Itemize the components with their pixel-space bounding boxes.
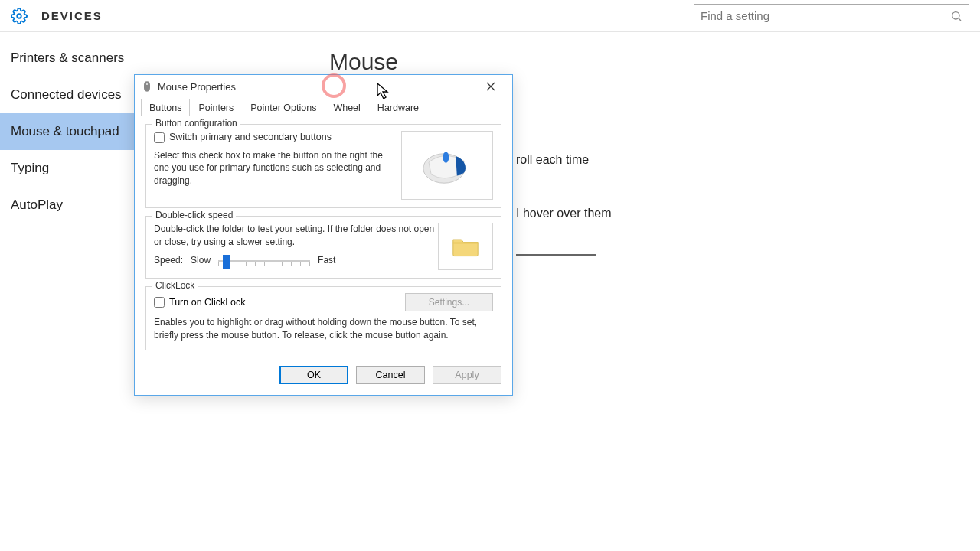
tab-pointer-options[interactable]: Pointer Options bbox=[242, 99, 325, 116]
section-title: DEVICES bbox=[41, 9, 103, 22]
svg-line-2 bbox=[959, 18, 961, 21]
dialog-tabs: Buttons Pointers Pointer Options Wheel H… bbox=[135, 98, 512, 116]
cancel-button[interactable]: Cancel bbox=[356, 366, 425, 384]
cursor-icon bbox=[377, 83, 390, 99]
sidebar-item-printers[interactable]: Printers & scanners bbox=[0, 40, 306, 77]
apply-button: Apply bbox=[433, 366, 501, 384]
bg-text: roll each time I hover over them bbox=[516, 153, 612, 260]
test-folder[interactable] bbox=[438, 223, 493, 270]
double-click-desc: Double-click the folder to test your set… bbox=[154, 223, 438, 249]
svg-point-6 bbox=[443, 152, 449, 162]
clicklock-row[interactable]: Turn on ClickLock bbox=[154, 297, 246, 308]
button-config-desc: Select this check box to make the button… bbox=[154, 149, 395, 187]
speed-slider[interactable] bbox=[218, 253, 310, 269]
ok-button[interactable]: OK bbox=[279, 366, 348, 384]
clicklock-desc: Enables you to highlight or drag without… bbox=[154, 316, 493, 342]
dialog-buttons: OK Cancel Apply bbox=[135, 358, 512, 395]
dialog-title: Mouse Properties bbox=[158, 81, 236, 93]
fast-label: Fast bbox=[318, 254, 335, 267]
switch-buttons-row[interactable]: Switch primary and secondary buttons bbox=[154, 131, 395, 145]
tab-buttons[interactable]: Buttons bbox=[141, 99, 190, 116]
mouse-properties-dialog: Mouse Properties Buttons Pointers Pointe… bbox=[134, 74, 513, 396]
switch-buttons-label: Switch primary and secondary buttons bbox=[169, 131, 332, 145]
click-indicator bbox=[322, 73, 346, 98]
group-legend-dc: Double-click speed bbox=[152, 210, 236, 220]
group-legend: Button configuration bbox=[152, 118, 240, 129]
search-box[interactable] bbox=[694, 4, 969, 28]
mouse-icon bbox=[141, 80, 153, 93]
group-button-config: Button configuration Switch primary and … bbox=[145, 124, 501, 208]
slow-label: Slow bbox=[191, 254, 211, 267]
close-icon bbox=[486, 82, 495, 91]
tab-pointers[interactable]: Pointers bbox=[190, 99, 242, 116]
search-icon bbox=[950, 10, 962, 22]
svg-point-1 bbox=[952, 11, 959, 18]
mouse-illustration bbox=[401, 131, 493, 200]
search-input[interactable] bbox=[701, 9, 950, 22]
speed-label: Speed: bbox=[154, 254, 183, 267]
group-clicklock: ClickLock Turn on ClickLock Settings... … bbox=[145, 286, 501, 350]
folder-icon bbox=[452, 235, 479, 258]
clicklock-label: Turn on ClickLock bbox=[169, 297, 246, 308]
gear-icon bbox=[11, 8, 28, 24]
mouse-drawing-icon bbox=[416, 142, 478, 188]
svg-point-0 bbox=[17, 14, 21, 18]
clicklock-settings-button: Settings... bbox=[405, 293, 493, 311]
close-button[interactable] bbox=[475, 77, 506, 96]
bg-underline bbox=[516, 254, 596, 256]
page-title: Mouse bbox=[329, 49, 957, 75]
slider-thumb[interactable] bbox=[223, 255, 230, 269]
switch-buttons-checkbox[interactable] bbox=[154, 132, 165, 143]
tab-hardware[interactable]: Hardware bbox=[369, 99, 427, 116]
header-bar: DEVICES bbox=[0, 0, 980, 32]
group-legend-cl: ClickLock bbox=[152, 280, 198, 291]
clicklock-checkbox[interactable] bbox=[154, 297, 165, 308]
group-double-click: Double-click speed Double-click the fold… bbox=[145, 216, 501, 279]
tab-wheel[interactable]: Wheel bbox=[325, 99, 368, 116]
